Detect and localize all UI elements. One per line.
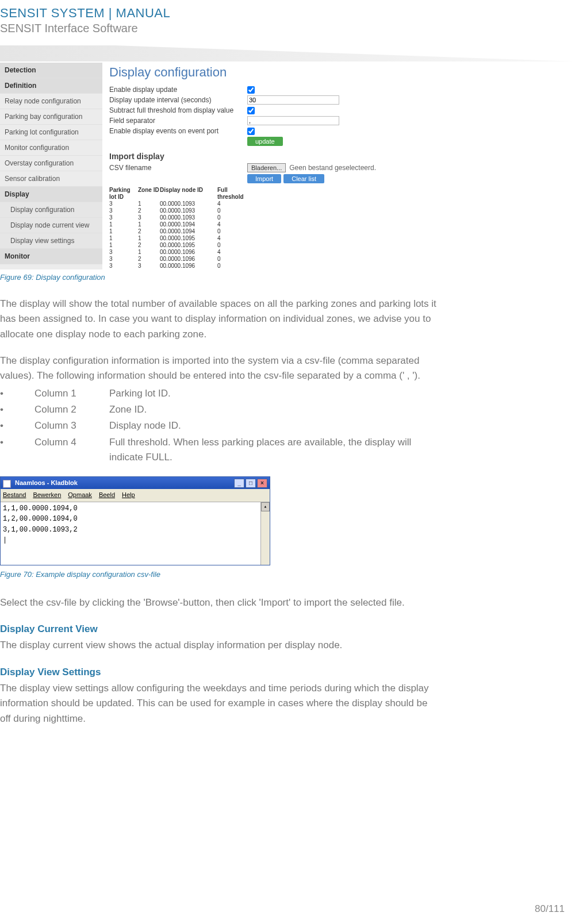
checkbox-subtract[interactable] xyxy=(247,107,255,114)
section-view-settings: Display View Settings xyxy=(0,665,437,680)
paragraph-3: Select the csv-file by clicking the 'Bro… xyxy=(0,595,437,610)
list-item: •Column 1Parking lot ID. xyxy=(0,386,437,401)
label-subtract: Subtract full threshold from display val… xyxy=(109,106,247,114)
table-row: 3300.0000.10930 xyxy=(109,214,575,221)
notepad-window: Naamloos - Kladblok _ □ × BestandBewerke… xyxy=(0,476,270,565)
figure-69: DetectionDefinitionRelay node configurat… xyxy=(0,63,575,270)
checkbox-events[interactable] xyxy=(247,128,255,135)
figure-69-caption: Figure 69: Display configuration xyxy=(0,273,575,282)
browse-button[interactable]: Bladeren... xyxy=(247,163,286,172)
sidebar-item[interactable]: Sensor calibration xyxy=(0,171,102,187)
doc-title: SENSIT SYSTEM | MANUAL xyxy=(0,6,575,21)
table-row: 1200.0000.10950 xyxy=(109,242,575,249)
label-separator: Field separator xyxy=(109,117,247,125)
config-panel: Display configuration Enable display upd… xyxy=(102,63,575,270)
maximize-button[interactable]: □ xyxy=(246,479,256,488)
column-list: •Column 1Parking lot ID.•Column 2Zone ID… xyxy=(0,386,437,465)
list-item: •Column 2Zone ID. xyxy=(0,402,437,417)
label-enable-update: Enable display update xyxy=(109,86,247,94)
list-item: •Column 3Display node ID. xyxy=(0,418,437,433)
clear-button[interactable]: Clear list xyxy=(283,174,324,183)
input-separator[interactable] xyxy=(247,116,339,125)
table-row: 1200.0000.10940 xyxy=(109,228,575,235)
menu-item[interactable]: Beeld xyxy=(99,491,115,498)
label-interval: Display update interval (seconds) xyxy=(109,96,247,104)
sidebar-item[interactable]: Relay node configuration xyxy=(0,94,102,109)
notepad-content[interactable]: 1,1,00.0000.1094,0 1,2,00.0000.1094,0 3,… xyxy=(1,502,270,565)
checkbox-enable-update[interactable] xyxy=(247,86,255,94)
table-row: 3100.0000.10964 xyxy=(109,249,575,256)
sidebar-item[interactable]: Parking lot configuration xyxy=(0,125,102,140)
no-file-text: Geen bestand geselecteerd. xyxy=(289,164,376,172)
list-item: •Column 4Full threshold. When less parki… xyxy=(0,435,437,465)
menu-item[interactable]: Help xyxy=(122,491,135,498)
page-number: 80/111 xyxy=(535,903,565,915)
sidebar-item[interactable]: Display configuration xyxy=(0,202,102,218)
sidebar-item[interactable]: Display node current view xyxy=(0,218,102,233)
update-button[interactable]: update xyxy=(247,137,283,146)
label-events: Enable display events on event port xyxy=(109,127,247,135)
table-header: Parking lot ID xyxy=(109,187,138,201)
label-csv: CSV filename xyxy=(109,164,247,172)
table-row: 3200.0000.10930 xyxy=(109,207,575,214)
notepad-icon xyxy=(3,480,11,488)
table-header: Display node ID xyxy=(160,187,217,201)
sidebar: DetectionDefinitionRelay node configurat… xyxy=(0,63,102,270)
paragraph-5: The display view settings allow configur… xyxy=(0,681,437,726)
figure-70-caption: Figure 70: Example display configuration… xyxy=(0,569,437,580)
paragraph-2: The display configuration information is… xyxy=(0,353,437,384)
sidebar-item[interactable]: Monitor configuration xyxy=(0,140,102,156)
section-current-view: Display Current View xyxy=(0,622,437,637)
header-wedge xyxy=(0,45,575,61)
table-row: 3100.0000.10934 xyxy=(109,201,575,207)
table-header: Zone ID xyxy=(138,187,160,201)
config-table: Parking lot IDZone IDDisplay node IDFull… xyxy=(109,187,575,270)
sidebar-item[interactable]: Display xyxy=(0,187,102,202)
input-interval[interactable] xyxy=(247,95,339,105)
minimize-button[interactable]: _ xyxy=(234,479,244,488)
paragraph-1: The display will show the total number o… xyxy=(0,297,437,342)
table-row: 1100.0000.10944 xyxy=(109,221,575,228)
menu-item[interactable]: Bewerken xyxy=(33,491,61,498)
sidebar-item[interactable]: Detection xyxy=(0,63,102,78)
sidebar-item[interactable]: Display view settings xyxy=(0,233,102,249)
close-button[interactable]: × xyxy=(257,479,267,488)
table-row: 3200.0000.10960 xyxy=(109,256,575,263)
panel-title: Display configuration xyxy=(109,65,575,80)
paragraph-4: The display current view shows the actua… xyxy=(0,638,437,653)
menu-item[interactable]: Bestand xyxy=(3,491,26,498)
sidebar-item[interactable]: Parking bay configuration xyxy=(0,109,102,125)
notepad-title: Naamloos - Kladblok xyxy=(3,478,78,488)
sidebar-item[interactable]: Overstay configuration xyxy=(0,156,102,171)
import-title: Import display xyxy=(109,152,575,161)
sidebar-item[interactable]: Monitor xyxy=(0,249,102,264)
table-row: 1100.0000.10954 xyxy=(109,235,575,242)
table-header: Full threshold xyxy=(217,187,252,201)
doc-subtitle: SENSIT Interface Software xyxy=(0,22,575,35)
scrollbar[interactable]: ▴ xyxy=(260,502,270,565)
menu-item[interactable]: Opmaak xyxy=(68,491,92,498)
notepad-menubar[interactable]: BestandBewerkenOpmaakBeeldHelp xyxy=(1,489,270,501)
import-button[interactable]: Import xyxy=(247,174,281,183)
scroll-up-icon[interactable]: ▴ xyxy=(261,502,270,511)
table-row: 3300.0000.10960 xyxy=(109,263,575,270)
sidebar-item[interactable]: Definition xyxy=(0,78,102,94)
